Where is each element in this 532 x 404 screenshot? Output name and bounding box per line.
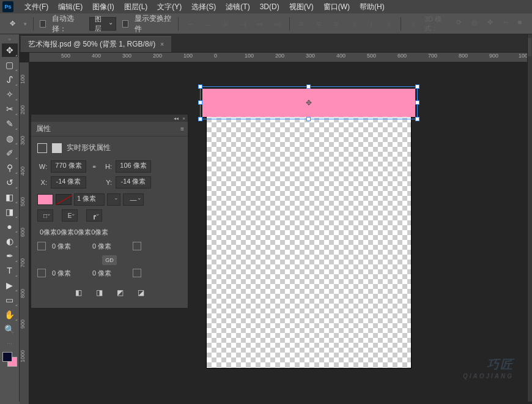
right-panels-collapsed[interactable] bbox=[527, 34, 532, 402]
menu-layer[interactable]: 图层(L) bbox=[119, 2, 153, 12]
pan-3d-icon[interactable]: ✥ bbox=[487, 18, 497, 29]
vertical-ruler[interactable]: 100 200 300 400 500 600 700 800 900 1000 bbox=[20, 62, 29, 404]
width-input[interactable]: 770 像素 bbox=[51, 160, 86, 173]
hand-tool[interactable]: ✋ bbox=[2, 308, 18, 321]
corner-br-icon bbox=[133, 269, 141, 277]
auto-select-checkbox[interactable] bbox=[40, 20, 46, 28]
menu-image[interactable]: 图像(I) bbox=[87, 2, 119, 12]
distribute-icon[interactable]: ≡ bbox=[331, 17, 342, 31]
slide-3d-icon[interactable]: ↔ bbox=[503, 18, 512, 29]
radius-bl-input[interactable]: 0 像素 bbox=[52, 267, 86, 279]
distribute-icon[interactable]: ≡ bbox=[296, 17, 308, 31]
align-right-icon[interactable]: ⫥ bbox=[272, 17, 283, 31]
blur-tool[interactable]: ● bbox=[2, 220, 18, 233]
camera-3d-icon[interactable]: ■ bbox=[518, 18, 527, 29]
pen-tool[interactable]: ✒ bbox=[2, 249, 18, 263]
align-left-icon[interactable]: ⫣ bbox=[237, 17, 248, 31]
close-icon[interactable]: × bbox=[160, 41, 164, 48]
path-select-tool[interactable]: ▶ bbox=[2, 279, 18, 292]
roll-3d-icon[interactable]: ◎ bbox=[471, 18, 481, 29]
menu-filter[interactable]: 滤镜(T) bbox=[221, 2, 254, 12]
align-bottom-icon[interactable]: ⫡ bbox=[220, 17, 231, 31]
link-wh-icon[interactable]: ⚭ bbox=[90, 163, 98, 170]
lasso-tool[interactable]: ᔑ bbox=[2, 73, 18, 86]
color-swatches[interactable] bbox=[2, 352, 17, 367]
handle-mid-left[interactable] bbox=[198, 100, 202, 105]
link-radii-button[interactable]: GĐ bbox=[102, 255, 117, 265]
fill-color-swatch[interactable] bbox=[37, 194, 53, 205]
auto-select-dropdown[interactable]: 图层 bbox=[89, 17, 117, 31]
menu-3d[interactable]: 3D(D) bbox=[255, 2, 284, 11]
gradient-tool[interactable]: ◨ bbox=[2, 205, 18, 219]
radius-br-input[interactable]: 0 像素 bbox=[92, 267, 127, 279]
panel-nub[interactable] bbox=[528, 38, 531, 56]
stroke-align-dropdown[interactable]: □ bbox=[37, 209, 53, 222]
healing-tool[interactable]: ◍ bbox=[2, 132, 18, 145]
collapse-icon[interactable]: ◂◂ bbox=[174, 116, 179, 121]
path-intersect-icon[interactable]: ◩ bbox=[114, 287, 126, 298]
path-combine-icon[interactable]: ◧ bbox=[72, 287, 84, 298]
handle-bottom-center[interactable] bbox=[306, 117, 311, 121]
x-input[interactable]: -14 像素 bbox=[51, 176, 86, 189]
menu-view[interactable]: 视图(V) bbox=[284, 2, 319, 12]
canvas[interactable]: ✥ bbox=[207, 93, 411, 368]
radius-tl-input[interactable]: 0 像素 bbox=[52, 241, 86, 252]
handle-top-right[interactable] bbox=[415, 84, 419, 89]
panel-menu-icon[interactable]: ≡ bbox=[180, 125, 184, 132]
handle-top-left[interactable] bbox=[198, 84, 202, 89]
path-exclude-icon[interactable]: ◪ bbox=[135, 287, 147, 298]
dodge-tool[interactable]: ◐ bbox=[2, 234, 18, 248]
menu-file[interactable]: 文件(F) bbox=[20, 2, 53, 12]
stroke-color-swatch[interactable] bbox=[56, 194, 72, 205]
menu-window[interactable]: 窗口(W) bbox=[319, 2, 355, 12]
move-tool[interactable]: ✥ bbox=[2, 43, 18, 57]
handle-bottom-right[interactable] bbox=[415, 117, 419, 121]
align-hcenter-icon[interactable]: ⫤ bbox=[254, 17, 266, 31]
shape-tool[interactable]: ▭ bbox=[2, 293, 18, 307]
distribute-icon[interactable]: ≡ bbox=[313, 17, 325, 31]
align-top-icon[interactable]: ⫟ bbox=[185, 17, 196, 31]
marquee-tool[interactable]: ▢ bbox=[2, 58, 18, 72]
stroke-caps-dropdown[interactable]: E bbox=[62, 209, 78, 222]
history-brush-tool[interactable]: ↺ bbox=[2, 176, 18, 189]
menu-select[interactable]: 选择(S) bbox=[187, 2, 221, 12]
type-tool[interactable]: T bbox=[2, 264, 18, 277]
handle-mid-right[interactable] bbox=[415, 100, 419, 105]
align-vcenter-icon[interactable]: ⫠ bbox=[202, 17, 213, 31]
menu-help[interactable]: 帮助(H) bbox=[355, 2, 390, 12]
eraser-tool[interactable]: ◧ bbox=[2, 190, 18, 204]
distribute-icon[interactable]: ⫞ bbox=[366, 17, 377, 31]
menu-edit[interactable]: 编辑(E) bbox=[53, 2, 87, 12]
magic-wand-tool[interactable]: ✧ bbox=[2, 88, 18, 101]
close-icon[interactable]: × bbox=[182, 116, 185, 121]
height-input[interactable]: 106 像素 bbox=[116, 160, 151, 173]
brush-tool[interactable]: ✐ bbox=[2, 146, 18, 160]
stamp-tool[interactable]: ⚲ bbox=[2, 161, 18, 174]
panel-tab-handle[interactable]: ◂◂× bbox=[31, 114, 188, 122]
transform-center-icon[interactable]: ✥ bbox=[305, 99, 312, 107]
path-subtract-icon[interactable]: ◨ bbox=[93, 287, 105, 298]
orbit-3d-icon[interactable]: ⟳ bbox=[456, 18, 465, 29]
menu-type[interactable]: 文字(Y) bbox=[152, 2, 187, 12]
transform-bounding-box[interactable]: ✥ bbox=[200, 86, 418, 119]
distribute-icon[interactable]: ⫞ bbox=[383, 17, 394, 31]
stroke-corners-dropdown[interactable]: ┏ bbox=[86, 209, 102, 222]
document-tab[interactable]: 艺术海报.psd @ 50% (背景 1, RGB/8#) × bbox=[21, 36, 171, 52]
y-input[interactable]: -14 像素 bbox=[116, 176, 151, 189]
stroke-width-dropdown[interactable] bbox=[107, 193, 120, 206]
stroke-width-input[interactable]: 1 像素 bbox=[74, 193, 105, 206]
handle-bottom-left[interactable] bbox=[198, 117, 202, 121]
radius-tr-input[interactable]: 0 像素 bbox=[92, 241, 127, 252]
properties-panel[interactable]: ◂◂× 属性 ≡ 实时形状属性 W: 770 像素 ⚭ H: 106 像素 X:… bbox=[31, 114, 188, 309]
crop-tool[interactable]: ✂ bbox=[2, 102, 18, 116]
eyedropper-tool[interactable]: ✎ bbox=[2, 117, 18, 130]
foreground-color[interactable] bbox=[2, 352, 12, 362]
stroke-style-dropdown[interactable]: — bbox=[123, 193, 144, 206]
show-transform-checkbox[interactable] bbox=[122, 20, 128, 28]
distribute-spacing-icon[interactable]: ⫞ bbox=[407, 17, 419, 31]
distribute-icon[interactable]: ⫞ bbox=[348, 17, 360, 31]
handle-top-center[interactable] bbox=[306, 84, 311, 89]
properties-tab[interactable]: 属性 ≡ bbox=[31, 122, 188, 137]
zoom-tool[interactable]: 🔍 bbox=[2, 323, 18, 336]
horizontal-ruler[interactable]: 500 400 300 200 100 0 100 200 300 400 50… bbox=[29, 53, 532, 62]
